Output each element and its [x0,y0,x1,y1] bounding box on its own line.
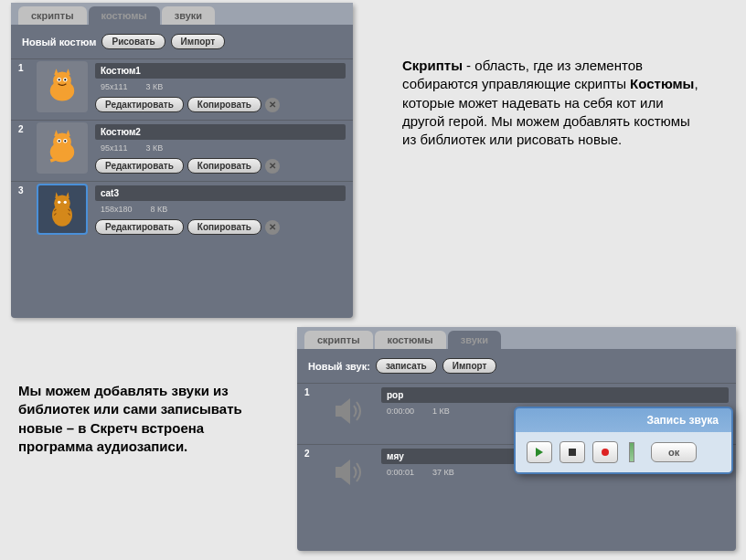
stop-button[interactable] [560,441,585,463]
record-icon [601,448,610,457]
draw-button[interactable]: Рисовать [101,34,165,49]
item-number: 1 [304,387,315,397]
svg-point-10 [59,140,60,142]
costume-info: Костюм1 95x111 3 КВ Редактировать Копиро… [95,63,346,112]
edit-button[interactable]: Редактировать [95,97,184,112]
costume-name[interactable]: Костюм2 [95,124,346,140]
new-sound-label: Новый звук: [308,361,370,372]
costume-buttons: Редактировать Копировать ✕ [95,97,346,112]
costume-info: Костюм2 95x111 3 КВ Редактировать Копиро… [95,124,346,174]
sound-thumbnail[interactable] [323,447,374,498]
description-sounds: Мы можем добавлять звуки из библиотек ил… [18,382,265,456]
record-button[interactable]: записать [376,358,437,374]
edit-button[interactable]: Редактировать [95,219,184,235]
cat-icon [42,128,82,168]
edit-button[interactable]: Редактировать [95,158,184,174]
copy-button[interactable]: Копировать [187,158,261,174]
costume-item: 3 cat3 158x180 8 КВ Редактировать Копиро… [11,181,353,242]
svg-point-18 [602,449,609,456]
play-button[interactable] [527,441,552,463]
costume-size: 3 КВ [146,143,164,153]
tab-costumes[interactable]: костюмы [375,331,446,349]
costume-meta: 95x111 3 КВ [95,80,346,97]
sound-name[interactable]: pop [381,387,729,403]
import-button[interactable]: Импорт [442,358,497,374]
svg-rect-17 [569,449,576,456]
item-number: 1 [18,63,29,73]
delete-icon[interactable]: ✕ [265,220,280,235]
costume-name[interactable]: Костюм1 [95,63,346,79]
costume-info: cat3 158x180 8 КВ Редактировать Копирова… [95,185,346,235]
costume-thumbnail[interactable] [37,184,88,235]
costume-dim: 158x180 [101,205,133,214]
delete-icon[interactable]: ✕ [265,159,280,174]
costume-item: 2 Костюм2 95x111 3 КВ Редактировать Копи… [11,120,353,181]
cat-icon [42,67,82,107]
costume-buttons: Редактировать Копировать ✕ [95,158,346,174]
sounds-text: Мы можем добавлять звуки из библиотек ил… [18,383,242,454]
rec-button[interactable] [592,441,618,463]
costume-name[interactable]: cat3 [95,185,346,201]
costumes-panel: скрипты костюмы звуки Новый костюм Рисов… [11,3,353,318]
sound-time: 0:00:00 [387,407,414,416]
svg-point-16 [64,201,67,204]
tab-scripts[interactable]: скрипты [18,6,87,25]
svg-point-5 [64,79,66,80]
sound-size: 1 КВ [432,407,450,416]
tab-scripts[interactable]: скрипты [304,331,373,349]
costume-size: 8 КВ [151,205,168,214]
costume-dim: 95x111 [101,143,128,153]
costume-toolbar: Новый костюм Рисовать Импорт [11,25,353,58]
delete-icon[interactable]: ✕ [265,98,280,112]
bold-costumes: Костюмы [630,76,694,91]
import-button[interactable]: Импорт [171,34,226,49]
copy-button[interactable]: Копировать [187,97,261,112]
item-number: 2 [18,124,29,134]
costume-meta: 95x111 3 КВ [95,142,346,158]
ok-button[interactable]: ок [651,442,697,462]
costume-size: 3 КВ [146,82,164,91]
recorder-title: Запись звука [516,408,731,432]
svg-point-15 [58,201,60,204]
tab-sounds[interactable]: звуки [448,331,501,349]
recorder-body: ок [516,432,731,472]
tabs-bar: скрипты костюмы звуки [11,3,353,25]
svg-point-4 [59,79,60,80]
cat-icon [42,189,82,229]
tabs-bar: скрипты костюмы звуки [297,327,736,349]
costume-item: 1 Костюм1 95x111 3 КВ Редактировать Копи… [11,58,353,120]
speaker-icon [330,393,367,429]
item-number: 2 [304,449,315,459]
sound-time: 0:00:01 [387,468,414,477]
costume-thumbnail[interactable] [37,61,88,112]
stop-icon [568,448,577,457]
sound-thumbnail[interactable] [323,386,374,437]
bold-scripts: Скрипты [402,58,463,73]
recorder-dialog: Запись звука ок [514,407,733,474]
copy-button[interactable]: Копировать [187,219,261,235]
vu-meter [629,442,634,462]
item-number: 3 [18,185,29,195]
sound-toolbar: Новый звук: записать Импорт [297,349,736,383]
new-costume-label: Новый костюм [22,37,96,48]
description-scripts: Скрипты - область, где из элементов соби… [402,57,704,149]
costume-dim: 95x111 [101,82,128,91]
play-icon [535,448,544,457]
costume-buttons: Редактировать Копировать ✕ [95,219,346,235]
costume-meta: 158x180 8 КВ [95,203,346,219]
svg-point-11 [64,140,66,142]
tab-costumes[interactable]: костюмы [89,6,160,25]
sound-size: 37 КВ [432,468,454,477]
tab-sounds[interactable]: звуки [162,6,215,25]
costume-thumbnail[interactable] [37,122,88,174]
speaker-icon [330,454,367,491]
